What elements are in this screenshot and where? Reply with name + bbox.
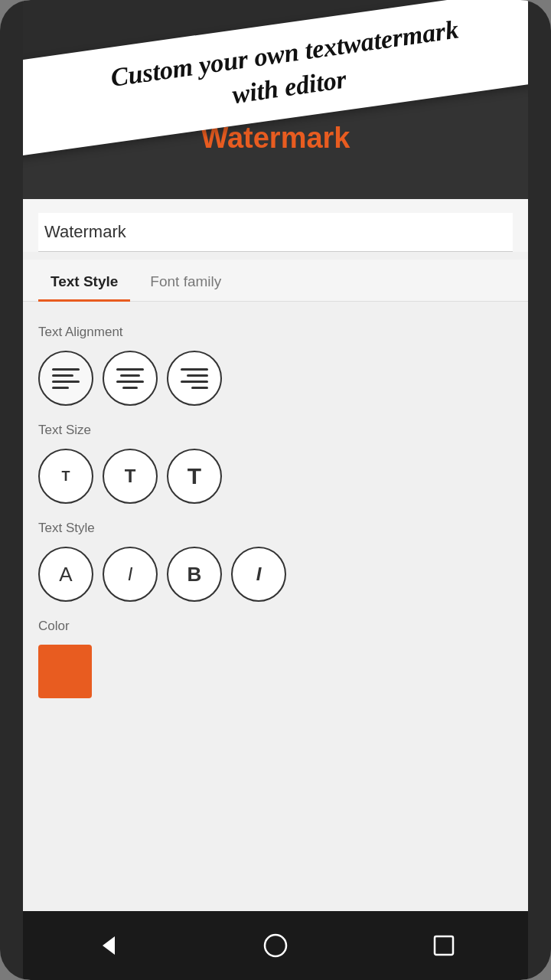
tab-text-style-label: Text Style xyxy=(51,273,118,289)
align-right-icon xyxy=(181,368,208,389)
text-style-normal-button[interactable]: A xyxy=(38,547,93,602)
input-area xyxy=(23,199,528,252)
bottom-nav xyxy=(23,911,528,980)
text-size-small-button[interactable]: T xyxy=(38,449,93,504)
text-size-medium-icon: T xyxy=(125,467,136,485)
text-size-small-icon: T xyxy=(62,469,70,483)
home-icon xyxy=(262,932,289,959)
text-style-italic-icon: I xyxy=(128,565,133,583)
text-style-label: Text Style xyxy=(38,521,513,536)
text-size-large-button[interactable]: T xyxy=(167,449,222,504)
text-alignment-label: Text Alignment xyxy=(38,325,513,340)
tabs: Text Style Font family xyxy=(23,260,528,302)
phone-screen: Custom your own textwatermark with edito… xyxy=(23,0,528,980)
align-center-icon xyxy=(116,368,144,389)
text-alignment-group xyxy=(38,351,513,406)
back-icon xyxy=(93,932,121,959)
align-center-button[interactable] xyxy=(103,351,158,406)
text-size-large-icon: T xyxy=(187,465,201,488)
recent-icon xyxy=(430,932,458,959)
color-label: Color xyxy=(38,619,513,634)
nav-home-button[interactable] xyxy=(256,926,295,965)
editor-panel: Text Alignment xyxy=(23,302,528,714)
svg-rect-2 xyxy=(435,936,453,955)
text-style-bold-icon: B xyxy=(187,564,202,584)
phone-frame: Custom your own textwatermark with edito… xyxy=(0,0,551,980)
text-size-group: T T T xyxy=(38,449,513,504)
color-swatch[interactable] xyxy=(38,645,92,698)
tab-text-style[interactable]: Text Style xyxy=(38,260,130,301)
tab-font-family[interactable]: Font family xyxy=(138,260,233,301)
nav-back-button[interactable] xyxy=(88,926,126,965)
text-size-medium-button[interactable]: T xyxy=(103,449,158,504)
align-left-button[interactable] xyxy=(38,351,93,406)
text-style-bold-button[interactable]: B xyxy=(167,547,222,602)
svg-marker-0 xyxy=(103,936,115,955)
watermark-input[interactable] xyxy=(38,213,513,252)
text-style-normal-icon: A xyxy=(59,564,72,584)
svg-point-1 xyxy=(265,935,286,956)
text-size-label: Text Size xyxy=(38,423,513,438)
text-style-bold-italic-button[interactable]: I xyxy=(231,547,286,602)
text-style-group: A I B I xyxy=(38,547,513,602)
text-style-italic-button[interactable]: I xyxy=(103,547,158,602)
align-right-button[interactable] xyxy=(167,351,222,406)
nav-recent-button[interactable] xyxy=(425,926,463,965)
align-left-icon xyxy=(52,368,80,389)
tab-font-family-label: Font family xyxy=(150,273,221,289)
text-style-bold-italic-icon: I xyxy=(256,565,262,583)
